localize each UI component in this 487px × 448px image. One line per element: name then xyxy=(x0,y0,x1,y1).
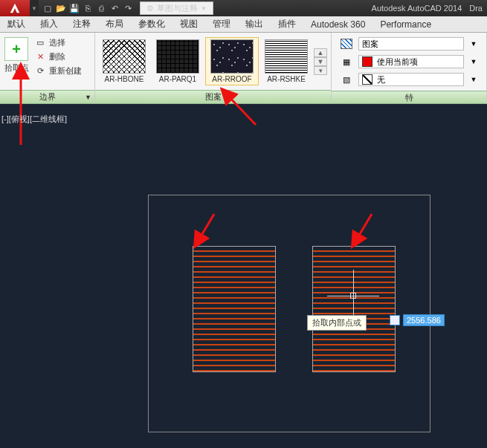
chevron-down-icon: ▼ xyxy=(468,76,479,83)
panel-expand-icon[interactable]: ▼ xyxy=(85,94,91,101)
none-swatch xyxy=(362,74,372,85)
pattern-swatch xyxy=(265,39,308,74)
prop-color[interactable]: ▦ 使用当前项 ▼ xyxy=(335,53,483,70)
save-icon[interactable]: 💾 xyxy=(68,2,80,14)
app-title-suffix: Dra xyxy=(469,4,483,13)
hatch-icon xyxy=(341,39,352,49)
pattern-ar-rshke[interactable]: AR-RSHKE xyxy=(260,38,312,85)
tab-insert[interactable]: 插入 xyxy=(33,16,65,33)
ribbon: + 拾取点 ▭选择 ✕删除 ⟳重新创建 边界▼ AR-HBONE AR-PARQ… xyxy=(0,33,487,104)
dynamic-input-icon xyxy=(390,315,400,325)
select-icon: ▭ xyxy=(34,36,46,48)
delete-icon: ✕ xyxy=(34,51,46,62)
pattern-ar-hbone[interactable]: AR-HBONE xyxy=(98,38,150,85)
titlebar: ▼ ▢ 📂 💾 ⎘ ⎙ ↶ ↷ ⚙ 草图与注释 ▼ Autodesk AutoC… xyxy=(0,0,487,16)
recreate-button[interactable]: ⟳重新创建 xyxy=(31,64,85,77)
prop-background[interactable]: ▧ 无 ▼ xyxy=(335,71,483,88)
saveas-icon[interactable]: ⎘ xyxy=(82,2,94,14)
tab-view[interactable]: 视图 xyxy=(172,16,205,33)
color-picker-icon: ▦ xyxy=(339,56,354,68)
pattern-ar-parq1[interactable]: AR-PARQ1 xyxy=(152,38,204,85)
workspace-selector[interactable]: ⚙ 草图与注释 ▼ xyxy=(140,1,213,15)
tab-parametric[interactable]: 参数化 xyxy=(131,16,172,33)
hatched-rectangle-right[interactable] xyxy=(312,246,396,372)
panel-properties: 图案 ▼ ▦ 使用当前项 ▼ ▧ 无 ▼ 特 xyxy=(332,33,487,103)
chevron-down-icon: ▼ xyxy=(468,40,479,48)
drawing-viewport[interactable]: 拾取内部点或 2556.586 xyxy=(0,110,487,448)
prop-pattern-type[interactable]: 图案 ▼ xyxy=(335,36,483,52)
ribbon-tabs: 默认 插入 注释 布局 参数化 视图 管理 输出 插件 Autodesk 360… xyxy=(0,16,487,33)
tab-performance[interactable]: Performance xyxy=(372,16,439,33)
pattern-ar-rroof[interactable]: AR-RROOF xyxy=(205,37,259,85)
tab-plugins[interactable]: 插件 xyxy=(271,16,303,33)
gear-icon: ⚙ xyxy=(146,4,154,13)
tab-layout[interactable]: 布局 xyxy=(98,16,131,33)
pattern-swatch xyxy=(103,39,146,74)
open-icon[interactable]: 📂 xyxy=(55,2,67,14)
panel-pattern: AR-HBONE AR-PARQ1 AR-RROOF AR-RSHKE ▲ ▼ … xyxy=(95,33,332,103)
pattern-next-button[interactable]: ▼ xyxy=(314,57,327,66)
pattern-expand-button[interactable]: ▾ xyxy=(314,66,327,75)
undo-icon[interactable]: ↶ xyxy=(109,2,120,14)
pick-points-button[interactable]: + 拾取点 xyxy=(3,36,30,87)
recreate-icon: ⟳ xyxy=(34,65,46,77)
pattern-swatch xyxy=(210,39,254,74)
app-menu-button[interactable] xyxy=(0,0,30,16)
print-icon[interactable]: ⎙ xyxy=(95,2,107,14)
panel-boundary: + 拾取点 ▭选择 ✕删除 ⟳重新创建 边界▼ xyxy=(0,33,95,103)
plus-icon: + xyxy=(12,41,21,58)
tab-a360[interactable]: Autodesk 360 xyxy=(303,16,372,33)
chevron-down-icon: ▼ xyxy=(201,5,207,12)
pattern-gallery-nav: ▲ ▼ ▾ xyxy=(314,48,327,75)
quick-access-toolbar: ▢ 📂 💾 ⎘ ⎙ ↶ ↷ xyxy=(39,2,137,14)
delete-button[interactable]: ✕删除 xyxy=(31,50,85,63)
workspace-label: 草图与注释 xyxy=(157,3,198,14)
app-menu-arrow[interactable]: ▼ xyxy=(30,0,39,16)
coordinate-value[interactable]: 2556.586 xyxy=(403,314,445,326)
tab-output[interactable]: 输出 xyxy=(238,16,271,33)
pattern-prev-button[interactable]: ▲ xyxy=(314,48,327,57)
pattern-swatch xyxy=(156,39,199,74)
chevron-down-icon: ▼ xyxy=(468,58,479,65)
viewport-label[interactable]: [-][俯视][二维线框] xyxy=(1,114,67,125)
color-swatch-red xyxy=(362,56,372,67)
tab-manage[interactable]: 管理 xyxy=(205,16,238,33)
tab-annotate[interactable]: 注释 xyxy=(65,16,98,33)
app-title: Autodesk AutoCAD 2014 xyxy=(372,4,462,13)
new-icon[interactable]: ▢ xyxy=(42,2,54,14)
select-button[interactable]: ▭选择 xyxy=(31,36,85,49)
command-tooltip: 拾取内部点或 xyxy=(307,315,367,331)
background-icon: ▧ xyxy=(339,74,354,85)
hatched-rectangle-left[interactable] xyxy=(193,246,276,372)
tab-default[interactable]: 默认 xyxy=(0,16,33,33)
dynamic-input: 2556.586 xyxy=(390,314,445,326)
redo-icon[interactable]: ↷ xyxy=(122,2,134,14)
